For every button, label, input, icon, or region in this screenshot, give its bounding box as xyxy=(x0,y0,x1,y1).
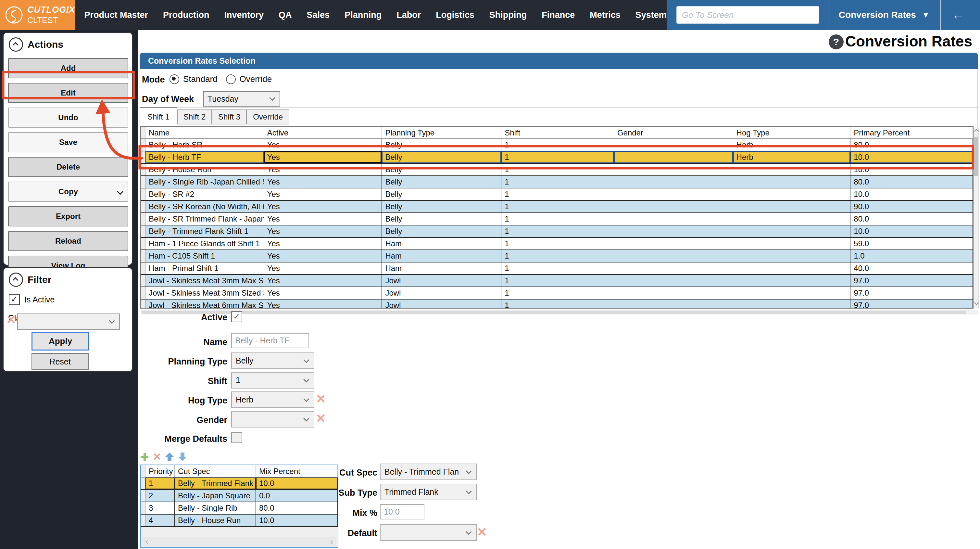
row-header-cell[interactable] xyxy=(141,188,145,200)
row-header-cell[interactable] xyxy=(141,287,145,299)
merge-defaults-checkbox[interactable] xyxy=(231,432,242,443)
row-header-cell[interactable] xyxy=(141,262,145,274)
cell-name[interactable]: Belly - Trimmed Flank Shift 1 xyxy=(145,225,264,237)
table-row[interactable]: Jowl - Skinless Meat 3mm Max SlYesJowl19… xyxy=(141,275,973,287)
cell-primary-percent[interactable]: 97.0 xyxy=(850,275,973,287)
cell-shift[interactable]: 1 xyxy=(501,139,614,151)
action-button-save[interactable]: Save xyxy=(8,132,128,152)
cell-active[interactable]: Yes xyxy=(264,213,382,225)
cell-planning-type[interactable]: Belly xyxy=(382,139,501,151)
action-button-delete[interactable]: Delete xyxy=(8,157,128,177)
tab-override[interactable]: Override xyxy=(247,110,290,124)
cell-planning-type[interactable]: Belly xyxy=(382,201,501,212)
cell-gender[interactable] xyxy=(614,300,733,308)
tab-shift-1[interactable]: Shift 1 xyxy=(140,107,177,126)
cell-planning-type[interactable]: Ham xyxy=(382,238,501,249)
cell-gender[interactable] xyxy=(614,188,733,200)
cell-primary-percent[interactable]: 10.0 xyxy=(850,152,973,163)
cell-shift[interactable]: 1 xyxy=(501,164,614,176)
tab-shift-2[interactable]: Shift 2 xyxy=(177,110,212,124)
cell-hog-type[interactable] xyxy=(733,164,851,176)
cell-hog-type[interactable]: Herb xyxy=(733,139,851,151)
nav-item-logistics[interactable]: Logistics xyxy=(436,10,474,20)
cell-primary-percent[interactable]: 10.0 xyxy=(850,225,973,237)
planning-type-filter-dropdown[interactable] xyxy=(17,313,120,330)
shift-dropdown[interactable]: 1 xyxy=(231,372,314,388)
nav-item-planning[interactable]: Planning xyxy=(345,10,382,20)
action-button-edit[interactable]: Edit xyxy=(8,83,128,103)
delete-row-icon[interactable]: ✕ xyxy=(153,451,161,463)
planning-type-dropdown[interactable]: Belly xyxy=(231,353,314,369)
cell-planning-type[interactable]: Ham xyxy=(382,262,501,274)
gender-dropdown[interactable] xyxy=(231,411,314,428)
cell-primary-percent[interactable]: 90.0 xyxy=(850,201,973,212)
screen-selector-dropdown[interactable]: Conversion Rates ▼ xyxy=(837,10,932,20)
cell-active[interactable]: Yes xyxy=(264,139,382,151)
column-header-hog-type[interactable]: Hog Type xyxy=(733,127,851,138)
cell-priority[interactable]: 4 xyxy=(145,515,175,526)
cell-active[interactable]: Yes xyxy=(264,176,382,188)
cell-active[interactable]: Yes xyxy=(264,164,382,176)
reset-button[interactable]: Reset xyxy=(32,353,89,370)
go-to-screen-input[interactable] xyxy=(676,6,819,24)
cell-name[interactable]: Belly - Herb TF xyxy=(145,152,264,163)
scrollbar-thumb[interactable] xyxy=(974,137,978,176)
cell-name[interactable]: Belly - SR Trimmed Flank - Japan xyxy=(145,213,264,225)
cell-gender[interactable] xyxy=(614,262,733,274)
table-row[interactable]: Ham - 1 Piece Glands off Shift 1YesHam15… xyxy=(141,238,973,250)
cell-hog-type[interactable] xyxy=(733,238,851,249)
cell-planning-type[interactable]: Belly xyxy=(382,164,501,176)
mix-percent-input[interactable] xyxy=(380,504,425,519)
cell-cut-spec[interactable]: Belly - House Run xyxy=(175,515,256,526)
clear-filter-icon[interactable]: ✕ xyxy=(6,314,16,326)
cell-shift[interactable]: 1 xyxy=(501,176,614,188)
column-header-gender[interactable]: Gender xyxy=(614,127,733,138)
cell-gender[interactable] xyxy=(614,238,733,249)
cell-planning-type[interactable]: Belly xyxy=(382,225,501,237)
cell-active[interactable]: Yes xyxy=(264,152,382,163)
cell-mix-percent[interactable]: 10.0 xyxy=(256,477,338,489)
cell-shift[interactable]: 1 xyxy=(501,238,614,249)
row-header-cell[interactable] xyxy=(141,139,145,151)
column-header-priority[interactable]: Priority xyxy=(145,465,175,477)
row-header-cell[interactable] xyxy=(141,300,145,308)
scroll-down-icon[interactable] xyxy=(974,300,979,305)
cell-priority[interactable]: 1 xyxy=(145,477,175,489)
nav-item-qa[interactable]: QA xyxy=(278,10,292,20)
cell-primary-percent[interactable]: 97.0 xyxy=(850,287,973,299)
cell-name[interactable]: Jowl - Skinless Meat 3mm Sized S xyxy=(145,287,264,299)
cell-active[interactable]: Yes xyxy=(264,238,382,249)
nav-item-production[interactable]: Production xyxy=(163,10,210,20)
cell-gender[interactable] xyxy=(614,152,733,163)
nav-item-inventory[interactable]: Inventory xyxy=(224,10,264,20)
cell-hog-type[interactable]: Herb xyxy=(733,152,851,163)
table-row[interactable]: Jowl - Skinless Meat 3mm Sized SYesJowl1… xyxy=(141,287,973,300)
name-input[interactable] xyxy=(231,333,309,348)
clear-default-icon[interactable]: ✕ xyxy=(477,525,487,539)
cell-gender[interactable] xyxy=(614,201,733,212)
action-button-undo[interactable]: Undo xyxy=(8,107,128,128)
cell-primary-percent[interactable]: 80.0 xyxy=(850,176,973,188)
move-down-icon[interactable] xyxy=(178,452,187,461)
cell-active[interactable]: Yes xyxy=(264,275,382,287)
cell-active[interactable]: Yes xyxy=(264,250,382,262)
column-header-primary-percent[interactable]: Primary Percent xyxy=(850,127,973,138)
column-header-name[interactable]: Name xyxy=(145,127,264,138)
help-icon[interactable]: ? xyxy=(829,34,844,49)
cell-cut-spec[interactable]: Belly - Japan Square xyxy=(175,490,256,501)
cell-gender[interactable] xyxy=(614,213,733,225)
cell-planning-type[interactable]: Belly xyxy=(382,213,501,225)
nav-item-product-master[interactable]: Product Master xyxy=(84,10,148,20)
sub-type-dropdown[interactable]: Trimmed Flank xyxy=(380,484,477,500)
cell-primary-percent[interactable]: 10.0 xyxy=(850,164,973,176)
grid-vertical-scrollbar[interactable] xyxy=(974,127,979,308)
cell-gender[interactable] xyxy=(614,225,733,237)
cell-planning-type[interactable]: Jowl xyxy=(382,275,501,287)
cell-hog-type[interactable] xyxy=(733,176,851,188)
scrollbar-thumb[interactable] xyxy=(142,311,966,314)
cell-primary-percent[interactable]: 80.0 xyxy=(850,139,973,151)
table-row[interactable]: Belly - SR Trimmed Flank - JapanYesBelly… xyxy=(141,213,973,225)
cell-gender[interactable] xyxy=(614,250,733,262)
nav-item-system[interactable]: System xyxy=(635,10,667,20)
cell-priority[interactable]: 2 xyxy=(145,490,175,501)
